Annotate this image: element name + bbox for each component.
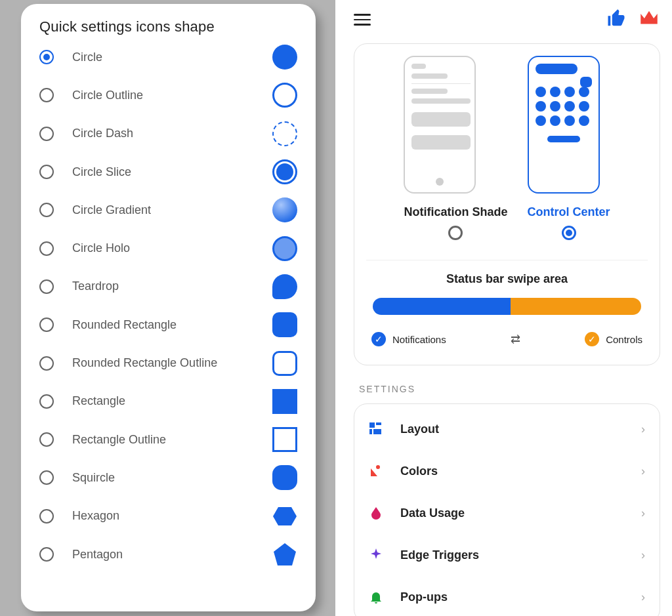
radio-icon [39,127,54,141]
circle-fill-shape-icon [272,45,297,70]
option-label: Rounded Rectangle Outline [72,356,272,370]
section-label: SETTINGS [359,384,660,394]
option-label: Rounded Rectangle [72,318,272,332]
sparkle-icon [369,548,383,562]
colors-icon [369,464,383,478]
circle-gradient-shape-icon [272,197,297,222]
chevron-right-icon: › [641,464,645,478]
swap-icon[interactable]: ⇄ [511,332,520,346]
shape-picker-dialog: Quick settings icons shape CircleCircle … [21,4,316,611]
chevron-right-icon: › [641,590,645,604]
right-pane: Notification Shade Control Center [335,0,672,616]
radio-icon [562,226,576,240]
teardrop-shape-icon [272,274,297,299]
radio-icon [39,356,54,371]
shape-option-circle-fill[interactable]: Circle [21,38,316,76]
shape-option-rrect-outline[interactable]: Rounded Rectangle Outline [21,344,316,382]
settings-row-colors[interactable]: Colors› [354,450,660,492]
thumbs-up-icon[interactable] [606,9,626,31]
chevron-right-icon: › [641,422,645,436]
rect-outline-shape-icon [272,427,297,452]
radio-icon [39,318,54,332]
circle-dash-shape-icon [272,121,297,146]
radio-icon [39,394,54,409]
settings-row-drop[interactable]: Data Usage› [354,492,660,534]
option-label: Circle [72,51,272,64]
rect-shape-icon [272,389,297,414]
shape-option-teardrop[interactable]: Teardrop [21,268,316,306]
layout-icon [369,422,383,436]
option-label: Rectangle Outline [72,433,272,447]
mode-label: Notification Shade [404,205,507,219]
svg-marker-0 [273,507,297,525]
crown-icon[interactable] [626,7,660,32]
shape-option-circle-dash[interactable]: Circle Dash [21,115,316,153]
shape-option-circle-holo[interactable]: Circle Holo [21,229,316,267]
option-label: Circle Slice [72,165,272,179]
menu-icon[interactable] [354,14,371,26]
radio-icon [39,279,54,294]
svg-rect-4 [369,429,372,434]
circle-outline-shape-icon [272,83,297,108]
radio-icon [39,547,54,562]
option-label: Circle Gradient [72,203,272,217]
shape-option-hexagon[interactable]: Hexagon [21,497,316,535]
option-label: Circle Outline [72,89,272,102]
radio-icon [39,165,54,179]
shape-option-circle-outline[interactable]: Circle Outline [21,76,316,114]
row-label: Edge Triggers [400,548,641,562]
swipe-title: Status bar swipe area [366,272,648,286]
shape-option-pentagon[interactable]: Pentagon [21,535,316,573]
control-center-preview-icon [528,56,600,194]
row-label: Colors [400,464,641,478]
chevron-right-icon: › [641,506,645,520]
hexagon-shape-icon [272,504,297,529]
settings-row-layout[interactable]: Layout› [354,408,660,450]
settings-list: Layout›Colors›Data Usage›Edge Triggers›P… [354,403,660,616]
notification-preview-icon [404,56,476,194]
row-label: Pop-ups [400,590,641,604]
dialog-title: Quick settings icons shape [21,18,316,38]
radio-icon [39,509,54,524]
mode-control-center[interactable]: Control Center [528,56,610,243]
rrect-outline-shape-icon [272,351,297,376]
radio-icon [448,226,463,240]
drop-icon [369,506,383,520]
option-label: Hexagon [72,509,272,523]
swipe-area-slider[interactable] [373,298,641,315]
legend-label: Controls [606,334,642,345]
svg-rect-2 [369,422,375,428]
check-icon: ✓ [371,332,386,346]
circle-holo-shape-icon [272,236,297,261]
left-pane: Quick settings icons shape CircleCircle … [0,0,335,616]
pentagon-shape-icon [272,542,297,567]
option-label: Pentagon [72,548,272,562]
rrect-shape-icon [272,312,297,337]
circle-slice-shape-icon [272,159,297,184]
legend-notifications[interactable]: ✓ Notifications [371,332,446,346]
shape-option-rrect[interactable]: Rounded Rectangle [21,306,316,344]
shape-option-circle-gradient[interactable]: Circle Gradient [21,191,316,229]
shape-option-squircle[interactable]: Squircle [21,459,316,497]
mode-selector: Notification Shade Control Center [366,56,648,243]
settings-row-bell[interactable]: Pop-ups› [354,576,660,616]
radio-icon [39,203,54,217]
svg-rect-5 [373,429,381,434]
svg-marker-1 [274,543,296,565]
radio-icon [39,432,54,447]
shape-option-rect[interactable]: Rectangle [21,382,316,421]
option-label: Circle Dash [72,127,272,140]
option-label: Teardrop [72,279,272,293]
shape-option-rect-outline[interactable]: Rectangle Outline [21,421,316,459]
mode-notification[interactable]: Notification Shade [404,56,507,243]
option-label: Rectangle [72,394,272,408]
row-label: Data Usage [400,506,641,520]
check-icon: ✓ [585,332,599,346]
radio-icon [39,241,54,256]
settings-row-sparkle[interactable]: Edge Triggers› [354,534,660,576]
radio-icon [39,470,54,485]
shape-option-circle-slice[interactable]: Circle Slice [21,153,316,191]
topbar [354,0,660,39]
legend-label: Notifications [392,334,446,345]
legend-controls[interactable]: ✓ Controls [585,332,642,346]
